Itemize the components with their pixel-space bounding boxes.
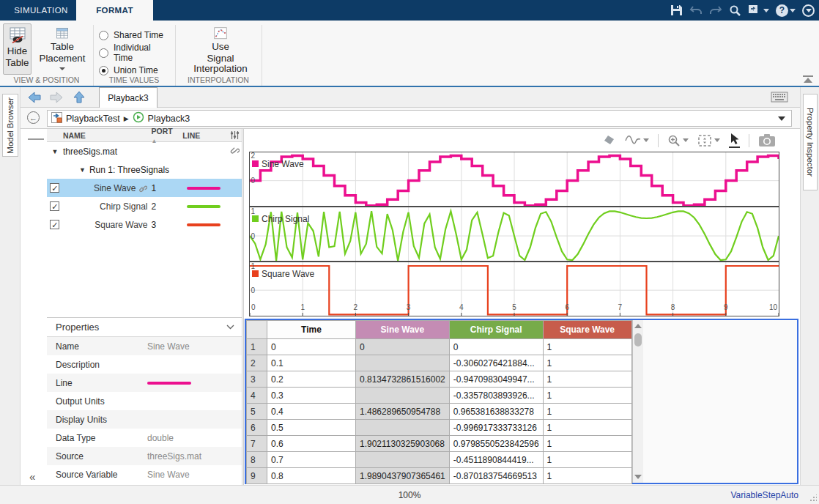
- chirp-signal-cell[interactable]: 0.965381638833278: [449, 404, 543, 420]
- square-wave-cell[interactable]: 1: [543, 355, 631, 371]
- tree-row-run[interactable]: ▼ Run 1: ThreeSignals: [47, 160, 242, 179]
- time-cell[interactable]: 0.2: [267, 371, 356, 388]
- signal-row-square-wave[interactable]: ✓Square Wave3: [47, 215, 242, 234]
- square-wave-cell[interactable]: 1: [543, 420, 631, 436]
- signal-style-icon[interactable]: [625, 135, 649, 147]
- time-cell[interactable]: 0.6: [267, 436, 356, 452]
- column-header-square-wave[interactable]: Square Wave: [543, 321, 631, 339]
- solver-setting[interactable]: VariableStepAuto: [730, 490, 798, 500]
- chirp-signal-cell[interactable]: -0.4511890844419...: [449, 452, 543, 468]
- signal-line-swatch[interactable]: [187, 205, 220, 208]
- time-cell[interactable]: 0.4: [267, 404, 356, 420]
- table-row[interactable]: 30.20.8134732861516002-0.9470983049947..…: [247, 371, 632, 388]
- sine-wave-cell[interactable]: [356, 355, 450, 371]
- sine-wave-cell[interactable]: 1.9021130325903068: [356, 436, 450, 452]
- radio-button-icon[interactable]: [99, 31, 108, 40]
- table-row[interactable]: 10001: [247, 339, 632, 355]
- chirp-signal-cell[interactable]: -0.3357803893926...: [449, 388, 543, 404]
- minimize-ribbon-icon[interactable]: [802, 2, 815, 18]
- clear-plot-icon[interactable]: [603, 135, 616, 146]
- property-value[interactable]: [143, 382, 242, 385]
- square-wave-cell[interactable]: 1: [543, 388, 631, 404]
- column-header-sine-wave[interactable]: Sine Wave: [356, 321, 450, 339]
- document-tab-playback3[interactable]: Playback3: [99, 87, 158, 108]
- signal-row-chirp-signal[interactable]: ✓Chirp Signal2: [47, 197, 242, 215]
- radio-individual-time[interactable]: Individual Time: [99, 44, 172, 62]
- tree-row-file[interactable]: ▼ threeSigs.mat: [47, 142, 242, 160]
- back-icon[interactable]: [26, 90, 42, 107]
- sine-wave-cell[interactable]: 1.9890437907365461: [356, 468, 450, 484]
- table-row[interactable]: 60.5-0.9969173337331261: [247, 420, 632, 436]
- table-row[interactable]: 90.81.9890437907365461-0.870183754669513…: [247, 468, 632, 484]
- square-wave-cell[interactable]: 1: [543, 436, 631, 452]
- property-row-source-variable[interactable]: Source VariableSine Wave: [47, 465, 242, 483]
- time-cell[interactable]: 0.7: [267, 452, 356, 468]
- hide-panel-icon[interactable]: ←: [27, 111, 40, 124]
- keyboard-shortcuts-icon[interactable]: [771, 92, 788, 105]
- chirp-signal-cell[interactable]: 0.9798550523842596: [449, 436, 543, 452]
- time-cell[interactable]: 0.5: [267, 420, 356, 436]
- square-wave-cell[interactable]: 1: [543, 339, 631, 355]
- property-value[interactable]: Sine Wave: [143, 470, 242, 480]
- column-settings-icon[interactable]: [228, 130, 242, 140]
- radio-shared-time[interactable]: Shared Time: [99, 26, 172, 44]
- sine-wave-cell[interactable]: 1.486289650954788: [356, 404, 450, 420]
- column-header-time[interactable]: Time: [267, 321, 356, 339]
- scroll-down-icon[interactable]: [634, 475, 642, 479]
- scrollbar-thumb[interactable]: [634, 333, 642, 346]
- time-cell[interactable]: 0.8: [267, 468, 356, 484]
- hide-table-button[interactable]: Hide Table: [3, 23, 32, 75]
- signal-visibility-checkbox[interactable]: ✓: [50, 183, 59, 193]
- sine-wave-cell[interactable]: 0.8134732861516002: [356, 371, 450, 388]
- forward-icon[interactable]: [48, 90, 64, 107]
- table-row[interactable]: 80.7-0.4511890844419...1: [247, 452, 632, 468]
- signal-line-swatch[interactable]: [187, 187, 220, 190]
- add-to-model-icon[interactable]: [748, 2, 769, 18]
- signal-row-sine-wave[interactable]: ✓Sine Wave1: [47, 179, 242, 197]
- signal-plots[interactable]: 20Sine Wave10Chirp Signal10Square Wave01…: [249, 152, 779, 317]
- search-icon[interactable]: [729, 2, 741, 18]
- undo-icon[interactable]: [689, 2, 703, 18]
- chirp-signal-cell[interactable]: -0.870183754669513: [449, 468, 543, 484]
- chirp-signal-cell[interactable]: -0.996917333733126: [449, 420, 543, 436]
- property-row-output-units[interactable]: Output Units: [47, 392, 242, 410]
- property-row-line[interactable]: Line: [47, 374, 242, 392]
- tab-simulation[interactable]: SIMULATION: [6, 0, 76, 21]
- table-row[interactable]: 40.3-0.3357803893926...1: [247, 388, 632, 404]
- model-browser-tab[interactable]: Model Browser: [2, 94, 18, 157]
- line-color-swatch[interactable]: [147, 382, 191, 385]
- property-row-source[interactable]: SourcethreeSigs.mat: [47, 447, 242, 465]
- table-scrollbar[interactable]: [632, 320, 643, 483]
- property-value[interactable]: double: [143, 433, 242, 443]
- chirp-signal-cell[interactable]: 0: [449, 339, 543, 355]
- radio-button-icon[interactable]: [99, 66, 108, 75]
- signal-data-table[interactable]: TimeSine WaveChirp SignalSquare Wave1000…: [246, 320, 632, 484]
- property-row-data-type[interactable]: Data Typedouble: [47, 429, 242, 447]
- square-wave-cell[interactable]: 1: [543, 468, 631, 484]
- use-signal-interpolation-button[interactable]: Use Signal Interpolation: [180, 23, 261, 75]
- breadcrumb-item-model[interactable]: PlaybackTest: [66, 114, 120, 124]
- square-wave-cell[interactable]: 1: [543, 452, 631, 468]
- scroll-up-icon[interactable]: [634, 324, 642, 328]
- collapse-properties-icon[interactable]: «: [29, 470, 44, 483]
- column-header-port[interactable]: PORT ▲: [147, 127, 179, 144]
- table-row[interactable]: 20.1-0.3060276421884...1: [247, 355, 632, 371]
- column-header-name[interactable]: NAME: [63, 131, 148, 140]
- sine-wave-cell[interactable]: 0: [356, 339, 450, 355]
- chirp-signal-cell[interactable]: -0.3060276421884...: [449, 355, 543, 371]
- collapse-pane-icon[interactable]: [801, 75, 815, 84]
- fit-to-view-icon[interactable]: [697, 134, 720, 147]
- collapse-node-icon[interactable]: ▼: [52, 148, 59, 155]
- properties-header[interactable]: Properties: [47, 318, 242, 337]
- tab-format[interactable]: FORMAT: [76, 0, 153, 21]
- table-row[interactable]: 50.41.4862896509547880.9653816388332781: [247, 404, 632, 420]
- breadcrumb-item-block[interactable]: Playback3: [148, 114, 190, 124]
- save-icon[interactable]: [670, 2, 683, 18]
- property-row-display-units[interactable]: Display Units: [47, 410, 242, 429]
- property-row-name[interactable]: NameSine Wave: [47, 337, 242, 355]
- help-icon[interactable]: ?: [776, 2, 796, 18]
- radio-button-icon[interactable]: [99, 48, 108, 58]
- redo-icon[interactable]: [709, 2, 722, 18]
- breadcrumb-dropdown-icon[interactable]: [778, 116, 785, 121]
- time-cell[interactable]: 0.3: [267, 388, 356, 404]
